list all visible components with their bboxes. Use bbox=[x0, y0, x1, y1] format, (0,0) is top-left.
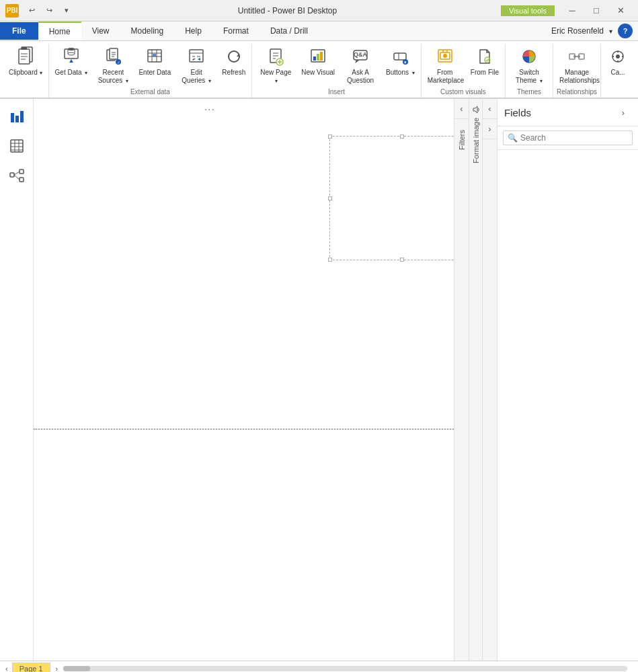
ribbon-group-relationships: Manage Relationships Relationships bbox=[553, 44, 601, 98]
tab-view[interactable]: View bbox=[81, 22, 120, 40]
tab-home[interactable]: Home bbox=[38, 22, 81, 40]
collapse-fields-right-button[interactable]: › bbox=[483, 119, 497, 139]
scrollbar-thumb[interactable] bbox=[63, 666, 90, 671]
redo-button[interactable]: ↪ bbox=[42, 3, 56, 18]
clipboard-label: Clipboard ▾ bbox=[9, 69, 42, 77]
close-button[interactable]: ✕ bbox=[608, 0, 633, 22]
fields-header: Fields › bbox=[497, 99, 638, 126]
svg-rect-70 bbox=[19, 170, 24, 174]
format-speaker-icon[interactable] bbox=[471, 104, 481, 115]
maximize-button[interactable]: □ bbox=[584, 0, 608, 22]
tab-help[interactable]: Help bbox=[174, 22, 212, 40]
svg-point-52 bbox=[573, 55, 576, 58]
quick-access-dropdown[interactable]: ▾ bbox=[59, 3, 74, 18]
collapse-fields-left-button[interactable]: ‹ bbox=[483, 99, 497, 119]
themes-label: Themes bbox=[508, 87, 550, 98]
svg-rect-62 bbox=[20, 111, 24, 122]
ask-question-label: Ask A Question bbox=[343, 69, 378, 85]
ca-label: Ca... bbox=[610, 69, 625, 77]
ribbon-tab-bar: File Home View Modeling Help Format Data… bbox=[0, 22, 638, 41]
scroll-left-button[interactable]: ‹ bbox=[5, 665, 8, 673]
user-chevron-icon[interactable]: ▾ bbox=[609, 28, 612, 35]
from-file-button[interactable]: From File bbox=[467, 44, 502, 79]
resize-handle-tl[interactable] bbox=[328, 135, 332, 139]
sidebar-table-icon[interactable] bbox=[5, 134, 29, 158]
enter-data-button[interactable]: Enter Data bbox=[135, 44, 174, 79]
new-page-button[interactable]: New Page ▾ bbox=[255, 44, 296, 87]
fields-expand-button[interactable]: › bbox=[615, 104, 631, 120]
manage-relationships-button[interactable]: Manage Relationships bbox=[556, 44, 598, 87]
ca-icon bbox=[607, 46, 629, 67]
ca-button[interactable]: Ca... bbox=[604, 44, 632, 79]
recent-sources-button[interactable]: ✓ Recent Sources ▾ bbox=[92, 44, 134, 87]
visual-container[interactable] bbox=[329, 136, 454, 260]
insert-group-label: Insert bbox=[255, 87, 418, 98]
svg-line-73 bbox=[14, 175, 19, 180]
filters-label[interactable]: Filters bbox=[456, 124, 467, 155]
sidebar-report-icon[interactable] bbox=[5, 104, 29, 128]
ribbon: File Home View Modeling Help Format Data… bbox=[0, 22, 638, 99]
svg-rect-37 bbox=[320, 52, 323, 61]
refresh-icon bbox=[223, 46, 245, 67]
undo-button[interactable]: ↩ bbox=[24, 3, 39, 18]
ribbon-group-external-data: Get Data ▾ ✓ Recent bbox=[49, 44, 253, 98]
fields-search-area: 🔍 bbox=[497, 126, 638, 150]
custom-visuals-label: Custom visuals bbox=[424, 87, 502, 98]
format-image-label[interactable]: Format image bbox=[471, 115, 481, 166]
svg-rect-2 bbox=[22, 47, 27, 50]
app-icon: PBI bbox=[5, 4, 19, 17]
resize-handle-ml[interactable] bbox=[328, 196, 332, 200]
relationships-label: Relationships bbox=[556, 87, 598, 98]
ribbon-group-ca: Ca... bbox=[601, 44, 635, 98]
canvas-top-page[interactable]: ··· bbox=[34, 99, 454, 428]
sidebar-model-icon[interactable] bbox=[5, 163, 29, 188]
svg-rect-71 bbox=[19, 178, 24, 182]
recent-sources-label: Recent Sources ▾ bbox=[95, 69, 130, 85]
get-data-button[interactable]: Get Data ▾ bbox=[52, 44, 91, 79]
new-visual-button[interactable]: New Visual bbox=[298, 44, 338, 79]
switch-theme-label: Switch Theme ▾ bbox=[512, 69, 547, 85]
search-input[interactable] bbox=[520, 133, 628, 143]
clipboard-button[interactable]: Clipboard ▾ bbox=[5, 44, 46, 79]
resize-handle-bl[interactable] bbox=[328, 258, 332, 262]
window-title: Untitled - Power BI Desktop bbox=[79, 6, 495, 15]
status-bar: ‹ Page 1 › bbox=[0, 661, 638, 672]
tab-data-drill[interactable]: Data / Drill bbox=[260, 22, 319, 40]
title-bar: PBI ↩ ↪ ▾ Untitled - Power BI Desktop Vi… bbox=[0, 0, 638, 22]
nav-collapse-right: ‹ › bbox=[482, 99, 497, 661]
tab-modeling[interactable]: Modeling bbox=[120, 22, 174, 40]
resize-handle-tm[interactable] bbox=[400, 135, 404, 139]
minimize-button[interactable]: ─ bbox=[560, 0, 584, 22]
svg-text:✓: ✓ bbox=[117, 61, 120, 65]
title-bar-controls: ↩ ↪ ▾ bbox=[24, 3, 74, 18]
fields-search-box: 🔍 bbox=[503, 130, 633, 145]
tab-file[interactable]: File bbox=[0, 22, 38, 40]
manage-relationships-label: Manage Relationships bbox=[559, 69, 594, 85]
user-name: Eric Rosenfeld bbox=[551, 26, 604, 36]
buttons-button[interactable]: ▾ Buttons ▾ bbox=[383, 44, 418, 79]
scrollbar-track[interactable] bbox=[63, 666, 627, 671]
get-data-icon bbox=[61, 46, 82, 67]
refresh-button[interactable]: Refresh bbox=[218, 44, 249, 79]
edit-queries-button[interactable]: Edit Queries ▾ bbox=[175, 44, 217, 87]
ask-question-button[interactable]: Q&A Ask A Question bbox=[340, 44, 381, 87]
svg-rect-6 bbox=[65, 49, 78, 59]
refresh-label: Refresh bbox=[222, 69, 245, 77]
format-panel: Format image bbox=[469, 99, 482, 661]
visual-more-options[interactable]: ··· bbox=[204, 104, 215, 116]
page1-tab[interactable]: Page 1 bbox=[12, 663, 50, 673]
collapse-left-button[interactable]: ‹ bbox=[454, 99, 469, 119]
left-sidebar bbox=[0, 99, 34, 661]
resize-handle-bm[interactable] bbox=[400, 258, 404, 262]
enter-data-label: Enter Data bbox=[138, 69, 171, 77]
canvas-bottom-page bbox=[34, 430, 454, 661]
user-area: Eric Rosenfeld ▾ ? bbox=[551, 24, 638, 38]
recent-sources-icon: ✓ bbox=[102, 46, 124, 67]
svg-rect-60 bbox=[11, 113, 14, 122]
tab-format[interactable]: Format bbox=[212, 22, 260, 40]
from-marketplace-button[interactable]: From Marketplace bbox=[424, 44, 466, 87]
switch-theme-button[interactable]: Switch Theme ▾ bbox=[508, 44, 550, 87]
svg-point-8 bbox=[68, 52, 75, 55]
svg-rect-36 bbox=[317, 54, 319, 61]
help-button[interactable]: ? bbox=[618, 24, 633, 38]
